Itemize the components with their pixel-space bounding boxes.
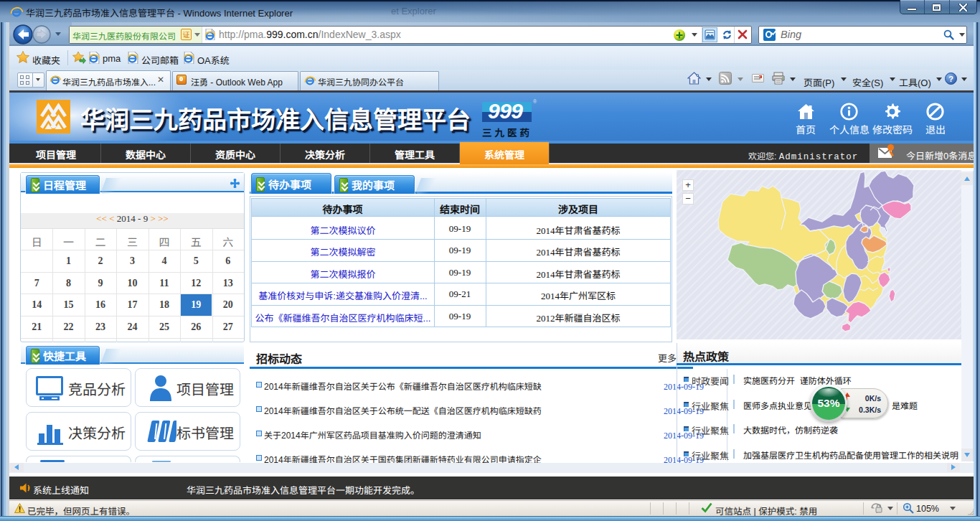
- svg-text:?: ?: [948, 75, 953, 83]
